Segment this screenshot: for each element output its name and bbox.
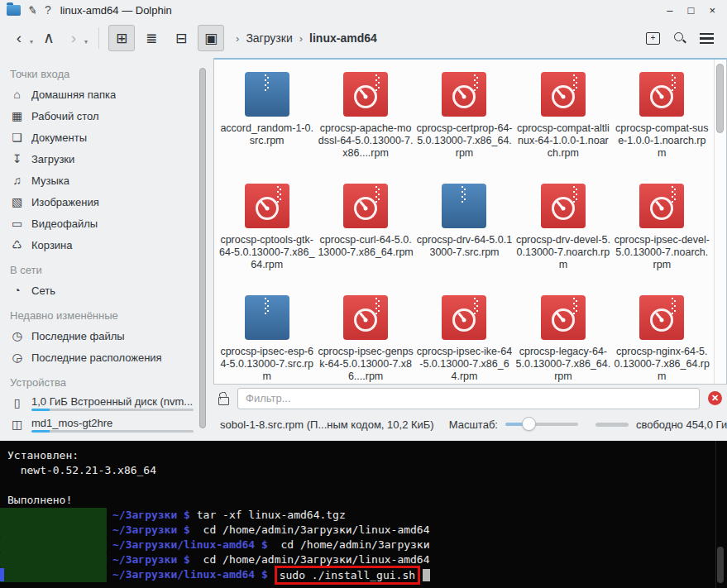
sidebar-item-label: Последние файлы [31, 330, 125, 342]
titlebar[interactable]: ✎ ? linux-amd64 — Dolphin – □ × [0, 0, 727, 20]
filter-input[interactable] [237, 388, 700, 409]
volume-icon: ◫ [10, 418, 24, 431]
file-item[interactable]: accord_random-1-0.src.rpm [218, 63, 316, 174]
sidebar-item-1-0-гиб-встроенный-диск-nvm-[interactable]: ▯1,0 ГиБ Встроенный диск (nvm... [8, 392, 197, 414]
sidebar-item-последние-расположения[interactable]: ◶Последние расположения [8, 347, 197, 368]
terminal-scrollbar-thumb[interactable] [717, 547, 724, 583]
highlighted-command: sudo ./install_gui.sh [275, 566, 420, 585]
terminal-text: newt-0.52.21-3.x86_64 [7, 464, 156, 476]
recent-files-icon: ◷ [10, 329, 24, 342]
minimize-button[interactable]: – [667, 4, 672, 17]
gauge-glyph [354, 197, 377, 220]
device-usage-bar [31, 430, 194, 433]
terminal-line: Установлен: [0, 448, 727, 463]
sidebar-item-загрузки[interactable]: ↧Загрузки [8, 148, 197, 170]
file-view-scrollbar-track[interactable] [716, 62, 725, 381]
icons-view-button[interactable]: ⊞ [108, 25, 135, 51]
sidebar-section-header: Точки входа [10, 68, 197, 80]
file-view[interactable]: accord_random-1-0.src.rpm cprocsp-apache… [213, 58, 727, 385]
close-filter-button[interactable]: ✕ [708, 391, 722, 405]
recent-locations-icon: ◶ [10, 351, 24, 364]
gauge-glyph [452, 85, 476, 108]
sidebar-item-последние-файлы[interactable]: ◷Последние файлы [8, 325, 197, 347]
forward-history-caret-icon[interactable]: ▾ [84, 38, 88, 45]
file-item[interactable]: cprocsp-ipsec-genpsk-64-5.0.13000-7.x86.… [316, 286, 414, 385]
file-item[interactable]: cprocsp-cptools-gtk-64-5.0.13000-7.x86_6… [218, 174, 316, 286]
sidebar-item-label: Корзина [31, 239, 73, 251]
maximize-button[interactable]: □ [688, 4, 695, 17]
sidebar-item-изображения[interactable]: ▧Изображения [8, 191, 197, 213]
file-view-scrollbar-thumb[interactable] [716, 64, 724, 133]
forward-button[interactable]: › [63, 28, 84, 48]
help-icon[interactable]: ? [45, 3, 51, 17]
sidebar-item-видеофайлы[interactable]: ▭Видеофайлы [8, 213, 197, 234]
file-item[interactable]: cprocsp-legacy-64-5.0.13000-7.x86_64.rpm [514, 286, 612, 385]
rpm-package-icon [442, 295, 486, 340]
tree-view-button[interactable]: ⊟ [168, 25, 194, 51]
src-archive-icon [245, 295, 289, 340]
details-view-button[interactable]: ≣ [138, 25, 165, 51]
split-view-button[interactable]: + [646, 32, 660, 45]
file-name: cprocsp-ipsec-genpsk-64-5.0.13000-7.x86.… [318, 346, 414, 383]
rpm-package-icon [639, 184, 684, 228]
terminal-window[interactable]: Установлен: newt-0.52.21-3.x86_64Выполне… [0, 441, 727, 588]
file-name: cprocsp-drv-64-5.0.13000-7.src.rpm [416, 234, 512, 259]
file-item[interactable]: cprocsp-ipsec-ike-64-5.0.13000-7.x86_64.… [415, 286, 514, 385]
terminal-line: newt-0.52.21-3.x86_64 [0, 463, 727, 478]
unlock-icon[interactable] [218, 397, 229, 405]
shell-prompt: ~/Загрузки $ [112, 523, 197, 536]
device-entry: 1,0 ГиБ Встроенный диск (nvm... [31, 395, 194, 411]
terminal-scrollbar-track[interactable] [715, 441, 725, 588]
back-button[interactable]: ‹ [8, 28, 30, 48]
home-icon: ⌂ [10, 88, 24, 101]
breadcrumb-current-folder[interactable]: linux-amd64 [309, 31, 377, 45]
documents-icon: ❏ [10, 131, 24, 144]
back-history-caret-icon[interactable]: ▾ [30, 38, 33, 45]
file-item[interactable]: cprocsp-nginx-64-5.0.13000-7.x86_64.rpm [613, 286, 711, 385]
sidebar-item-рабочий-стол[interactable]: ▦Рабочий стол [8, 105, 197, 127]
file-item[interactable]: cprocsp-compat-altlinux-64-1.0.0-1.noarc… [514, 63, 612, 174]
sidebar-item-корзина[interactable]: ♺Корзина [8, 234, 197, 256]
file-item[interactable]: cprocsp-certprop-64-5.0.13000-7.x86_64.r… [415, 63, 514, 174]
status-bar: sobol-1-8.src.rpm (П...ным кодом, 10,2 К… [213, 411, 727, 441]
device-entry: md1_mos-gt2hre [31, 417, 194, 433]
file-item[interactable]: cprocsp-drv-64-5.0.13000-7.src.rpm [415, 174, 514, 286]
toolbar-separator [98, 27, 99, 49]
rpm-package-icon [343, 184, 388, 228]
sidebar-item-md1-mos-gt2hre[interactable]: ◫md1_mos-gt2hre [8, 414, 197, 435]
sidebar-item-label: Загрузки [31, 153, 74, 165]
zoom-slider[interactable] [505, 423, 578, 426]
censored-user-host [0, 508, 107, 523]
file-grid: accord_random-1-0.src.rpm cprocsp-apache… [218, 63, 711, 385]
rpm-package-icon [541, 295, 586, 340]
rpm-package-icon [245, 184, 289, 228]
sidebar-item-музыка[interactable]: ♫Музыка [8, 170, 197, 191]
zipper-glyph [573, 298, 577, 315]
search-icon[interactable] [673, 31, 686, 45]
breadcrumb-downloads[interactable]: Загрузки [246, 31, 292, 45]
up-button[interactable]: ∧ [38, 28, 60, 48]
file-item[interactable]: cprocsp-ipsec-esp-64-5.0.13000-7.src.rpm [218, 286, 316, 385]
file-item[interactable]: cprocsp-compat-suse-1.0.0-1.noarch.rpm [613, 63, 711, 174]
gauge-glyph [256, 197, 279, 220]
preview-toggle-button[interactable]: ▣ [198, 25, 224, 51]
zipper-glyph [672, 298, 676, 315]
free-space-text: свободно 454,0 ГиБ [636, 418, 727, 431]
close-button[interactable]: × [709, 4, 715, 17]
gauge-glyph [354, 85, 377, 108]
sidebar-item-домашняя-папка[interactable]: ⌂Домашняя папка [8, 84, 197, 105]
hamburger-menu-icon[interactable] [700, 33, 714, 44]
free-space-bar [595, 423, 629, 427]
file-item[interactable]: cprocsp-curl-64-5.0.13000-7.x86_64.rpm [316, 174, 414, 286]
rpm-package-icon [442, 72, 486, 117]
zoom-slider-handle[interactable] [522, 417, 536, 431]
sidebar-section-header: Недавно изменённые [10, 309, 197, 322]
sidebar-scrollbar[interactable] [199, 68, 206, 428]
file-item[interactable]: cprocsp-ipsec-devel-5.0.13000-7.noarch.r… [613, 174, 711, 286]
gauge-glyph [650, 85, 673, 108]
file-item[interactable]: cprocsp-apache-modssl-64-5.0.13000-7.x86… [316, 63, 414, 174]
sidebar-item-label: Рабочий стол [31, 110, 99, 122]
sidebar-item-документы[interactable]: ❏Документы [8, 127, 197, 148]
sidebar-item-сеть[interactable]: ◔Сеть [8, 280, 197, 301]
file-item[interactable]: cprocsp-drv-devel-5.0.13000-7.noarch.rpm [514, 174, 612, 286]
